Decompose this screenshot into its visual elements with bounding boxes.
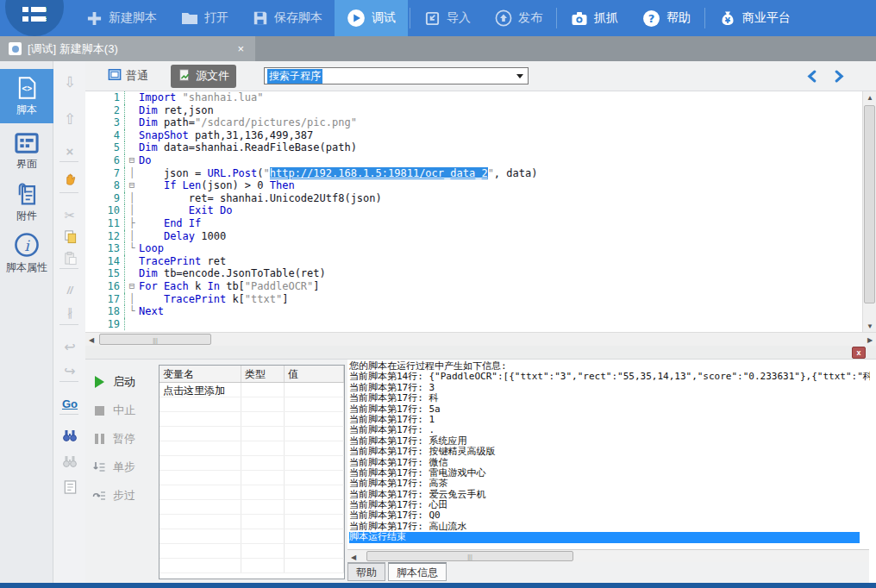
debug-button[interactable]: 调试 (335, 0, 408, 36)
source-view-button[interactable]: 源文件 (171, 65, 236, 88)
code-line: 17│ TracePrint k["ttxt"] (85, 293, 862, 306)
copy-icon[interactable] (53, 226, 86, 247)
scroll-up-icon[interactable]: ▲ (864, 91, 876, 103)
output-hscroll-thumb[interactable] (366, 551, 573, 561)
scroll-right-icon[interactable]: ▶ (864, 334, 876, 346)
code-line: 19 (85, 318, 862, 331)
code-line: 16⊟For Each k In tb["PaddleOCR"] (85, 280, 862, 293)
open-label: 打开 (204, 10, 228, 26)
undo-icon[interactable]: ↩ (53, 336, 86, 357)
tab-help[interactable]: 帮助 (347, 562, 385, 581)
next-icon[interactable] (828, 66, 850, 85)
table-row[interactable] (160, 441, 344, 456)
svg-text:<>: <> (22, 84, 32, 93)
subroutine-search-value: 搜索子程序 (267, 69, 322, 84)
code-editor[interactable]: 1Import "shanhai.lua"2Dim ret,json3Dim p… (85, 91, 862, 332)
move-up-icon[interactable]: ⇧ (53, 109, 86, 129)
sidebar-item-properties[interactable]: i 脚本属性 (0, 227, 53, 280)
code-line: 11├ End If (85, 217, 862, 230)
table-row[interactable] (160, 544, 344, 559)
debug-panel: 启动 中止 暂停 单步 步过 (85, 360, 876, 583)
panel-splitter[interactable]: x (85, 346, 876, 360)
uncomment-icon[interactable]: ∦ (53, 302, 86, 322)
table-row[interactable] (160, 456, 344, 471)
attachment-icon (0, 182, 53, 206)
table-row[interactable] (160, 515, 344, 529)
run-button[interactable]: 启动 (92, 372, 154, 392)
pause-button[interactable]: 暂停 (92, 428, 154, 449)
table-row[interactable] (160, 471, 344, 485)
open-button[interactable]: 打开 (169, 0, 241, 36)
editor-vertical-scrollbar[interactable]: ▲ ▼ (862, 91, 876, 332)
publish-button[interactable]: 发布 (483, 0, 554, 36)
new-script-button[interactable]: 新建脚本 (74, 0, 169, 36)
table-row[interactable] (160, 485, 344, 500)
run-label: 启动 (113, 374, 135, 390)
comment-icon[interactable]: // (53, 280, 86, 301)
output-log[interactable]: 您的脚本在运行过程中产生如下信息:当前脚本第14行: {"PaddleOCR":… (349, 361, 870, 547)
tab-script-info[interactable]: 脚本信息 (388, 562, 447, 581)
business-platform-button[interactable]: ¥ 商业平台 (707, 0, 803, 36)
table-row[interactable] (160, 397, 344, 412)
svg-text:?: ? (648, 12, 655, 25)
table-row[interactable] (160, 559, 344, 573)
code-line: 3Dim path="/sdcard/pictures/pic.png" (85, 116, 862, 129)
delete-icon[interactable]: × (53, 141, 86, 161)
stop-button[interactable]: 中止 (92, 400, 154, 421)
subroutine-search-select[interactable]: 搜索子程序 (264, 67, 529, 84)
table-row[interactable]: 点击这里添加 (160, 383, 344, 397)
capture-label: 抓抓 (594, 10, 618, 26)
step-over-button[interactable]: 步过 (92, 485, 154, 506)
sidebar-item-properties-label: 脚本属性 (6, 261, 47, 273)
main-menu-button[interactable] (5, 0, 64, 36)
col-value[interactable]: 值 (285, 366, 344, 382)
editor-hscroll-thumb[interactable] (99, 334, 211, 345)
goto-icon[interactable]: Go (53, 393, 86, 414)
output-horizontal-scrollbar[interactable]: ◀ (347, 549, 869, 562)
col-type[interactable]: 类型 (241, 366, 285, 382)
step-over-icon (92, 489, 106, 503)
save-script-button[interactable]: 保存脚本 (241, 0, 335, 36)
variable-table[interactable]: 变量名 类型 值 点击这里添加 (159, 365, 345, 579)
help-label: 帮助 (666, 10, 691, 26)
script-tab[interactable]: [调试] 新建脚本(3) × (0, 36, 255, 61)
camera-icon (571, 10, 588, 27)
prev-icon[interactable] (800, 66, 823, 85)
import-button[interactable]: 导入 (412, 0, 483, 36)
editor-horizontal-scrollbar[interactable]: ◀ ▶ (85, 332, 876, 346)
sidebar-item-script[interactable]: <> 脚本 (0, 69, 53, 123)
menu-icon (22, 7, 47, 26)
scissors-icon[interactable]: ✂ (53, 205, 86, 226)
table-row[interactable] (160, 500, 344, 515)
table-row[interactable] (160, 529, 344, 544)
output-scroll-left-icon[interactable]: ◀ (347, 551, 360, 563)
table-row[interactable] (160, 427, 344, 441)
sidebar-item-attachment[interactable]: 附件 (0, 177, 53, 228)
scroll-down-icon[interactable]: ▼ (864, 320, 876, 332)
move-down-icon[interactable]: ⇩ (53, 72, 86, 92)
window-bottom-border (0, 583, 876, 588)
find-next-icon[interactable] (53, 451, 86, 472)
pause-label: 暂停 (113, 431, 135, 447)
hand-icon[interactable] (53, 168, 86, 189)
log-line: 当前脚本第14行: {"PaddleOCR":[{"ttxt":"3","rec… (349, 372, 870, 382)
dropdown-caret-icon (516, 74, 523, 78)
tab-close-icon[interactable]: × (235, 42, 247, 55)
scroll-left-icon[interactable]: ◀ (85, 334, 97, 346)
redo-icon[interactable]: ↪ (53, 360, 86, 381)
report-icon[interactable] (53, 477, 86, 497)
sidebar-item-script-label: 脚本 (16, 103, 37, 116)
help-button[interactable]: ? 帮助 (630, 0, 703, 36)
code-line: 13└Loop (85, 242, 862, 255)
col-variable-name[interactable]: 变量名 (160, 366, 241, 382)
sidebar-item-interface[interactable]: 界面 (0, 127, 53, 177)
step-into-button[interactable]: 单步 (92, 457, 154, 478)
table-row[interactable] (160, 412, 344, 427)
script-icon: <> (0, 76, 53, 100)
find-icon[interactable] (53, 425, 86, 446)
close-output-icon[interactable]: x (852, 347, 866, 359)
paste-icon[interactable] (53, 247, 86, 268)
capture-button[interactable]: 抓抓 (559, 0, 630, 36)
editor-vscroll-thumb[interactable] (864, 105, 875, 303)
normal-view-button[interactable]: 普通 (101, 65, 155, 87)
